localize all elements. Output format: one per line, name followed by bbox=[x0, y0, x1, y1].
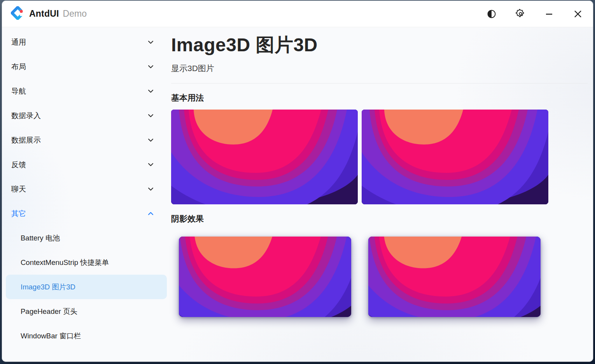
section-heading-shadow-effect: 阴影效果 bbox=[171, 213, 588, 224]
sidebar-item-battery[interactable]: Battery 电池 bbox=[6, 226, 167, 250]
chevron-down-icon bbox=[147, 39, 154, 45]
sidebar-item-windowbar[interactable]: WindowBar 窗口栏 bbox=[6, 324, 167, 348]
app-title: AntdUI bbox=[29, 9, 59, 19]
gear-icon bbox=[516, 9, 525, 19]
image3d-shadow-preview-2[interactable] bbox=[368, 237, 541, 317]
sidebar-item-label: WindowBar 窗口栏 bbox=[21, 331, 81, 341]
sidebar-group-data-entry[interactable]: 数据录入 bbox=[2, 103, 167, 128]
sidebar-group-other[interactable]: 其它 bbox=[2, 201, 167, 226]
title-bar[interactable]: AntdUI Demo bbox=[2, 1, 593, 27]
minimize-icon bbox=[545, 10, 553, 18]
sidebar-group-data-display[interactable]: 数据展示 bbox=[2, 128, 167, 152]
image3d-shadow-preview-1[interactable] bbox=[179, 237, 351, 317]
chevron-up-icon bbox=[147, 210, 154, 217]
main-content: Image3D 图片3D 显示3D图片 基本用法 阴影效果 bbox=[167, 27, 593, 362]
header-divider bbox=[171, 83, 588, 84]
sidebar-group-label: 聊天 bbox=[11, 184, 26, 194]
sidebar-item-image3d[interactable]: Image3D 图片3D bbox=[6, 275, 167, 299]
image3d-preview-2[interactable] bbox=[362, 110, 548, 204]
sidebar-group-chat[interactable]: 聊天 bbox=[2, 177, 167, 201]
page-subtitle: 显示3D图片 bbox=[171, 63, 588, 74]
theme-toggle-button[interactable] bbox=[480, 5, 503, 23]
minimize-button[interactable] bbox=[538, 5, 560, 23]
app-title-suffix: Demo bbox=[63, 9, 87, 19]
image3d-preview-1[interactable] bbox=[171, 110, 358, 204]
sidebar-group-label: 通用 bbox=[11, 37, 26, 47]
sidebar-group-label: 布局 bbox=[11, 62, 26, 72]
chevron-down-icon bbox=[147, 88, 154, 94]
page-title: Image3D 图片3D bbox=[171, 33, 588, 57]
sidebar-group-label: 数据展示 bbox=[11, 135, 41, 145]
close-icon bbox=[573, 9, 583, 19]
sidebar-group-label: 导航 bbox=[11, 86, 26, 96]
sidebar-group-label: 反馈 bbox=[11, 160, 26, 170]
app-brand: AntdUI Demo bbox=[11, 6, 87, 21]
sidebar-group-label: 其它 bbox=[11, 209, 26, 219]
sidebar-item-label: Image3D 图片3D bbox=[21, 282, 75, 292]
sidebar-item-contextmenustrip[interactable]: ContextMenuStrip 快捷菜单 bbox=[6, 250, 167, 275]
sidebar-group-label: 数据录入 bbox=[11, 111, 41, 121]
app-logo-icon bbox=[11, 6, 24, 21]
sidebar-item-pageheader[interactable]: PageHeader 页头 bbox=[6, 299, 167, 324]
sidebar-group-feedback[interactable]: 反馈 bbox=[2, 152, 167, 177]
close-button[interactable] bbox=[567, 5, 589, 23]
chevron-down-icon bbox=[147, 137, 154, 143]
section-heading-basic-usage: 基本用法 bbox=[171, 92, 588, 103]
chevron-down-icon bbox=[147, 63, 154, 70]
app-window: AntdUI Demo bbox=[2, 1, 593, 362]
chevron-down-icon bbox=[147, 161, 154, 168]
sidebar-group-navigation[interactable]: 导航 bbox=[2, 79, 167, 103]
chevron-down-icon bbox=[147, 112, 154, 119]
shadow-effect-image-row bbox=[179, 237, 588, 317]
sidebar-nav: 通用 布局 导航 数据录入 数据展示 反馈 bbox=[2, 27, 167, 362]
sidebar-item-label: Battery 电池 bbox=[21, 233, 60, 243]
chevron-down-icon bbox=[147, 186, 154, 192]
sidebar-group-layout[interactable]: 布局 bbox=[2, 54, 167, 79]
basic-usage-image-row bbox=[171, 110, 588, 204]
theme-contrast-icon bbox=[487, 9, 496, 19]
sidebar-item-label: ContextMenuStrip 快捷菜单 bbox=[21, 258, 109, 267]
sidebar-item-label: PageHeader 页头 bbox=[21, 307, 77, 316]
sidebar-group-general[interactable]: 通用 bbox=[2, 30, 167, 54]
settings-button[interactable] bbox=[509, 5, 532, 23]
